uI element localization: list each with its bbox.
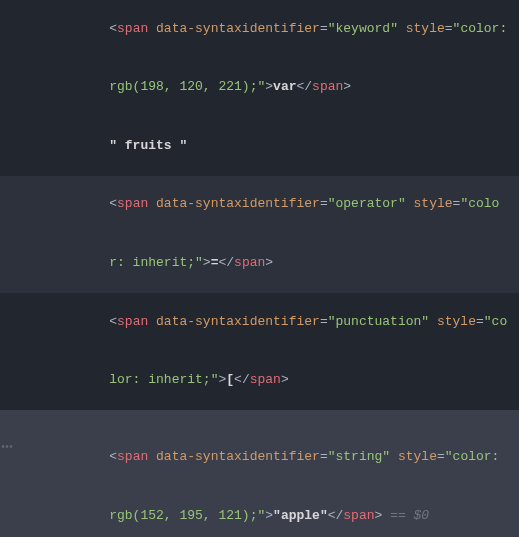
- bracket-icon: <: [109, 314, 117, 329]
- attr-val: "punctuation": [328, 314, 429, 329]
- bracket-icon: </: [296, 79, 312, 94]
- attr: style: [398, 21, 445, 36]
- attr-val: rgb(198, 120, 221);": [109, 79, 265, 94]
- attr-val: "color:: [453, 21, 515, 36]
- code-line[interactable]: " fruits ": [0, 117, 519, 176]
- attr-val: "string": [328, 449, 390, 464]
- text-node: " fruits ": [109, 138, 187, 153]
- bracket-icon: <: [109, 449, 117, 464]
- code-line[interactable]: rgb(198, 120, 221);">var</span>: [0, 59, 519, 118]
- attr-val: "colo: [460, 196, 499, 211]
- tag: span: [117, 314, 148, 329]
- bracket-icon: >: [265, 79, 273, 94]
- bracket-icon: <: [109, 196, 117, 211]
- code-line[interactable]: lor: inherit;">[</span>: [0, 351, 519, 410]
- attr: data-syntaxidentifier: [148, 449, 320, 464]
- tag: span: [117, 196, 148, 211]
- attr: style: [406, 196, 453, 211]
- equals-icon: =: [445, 21, 453, 36]
- equals-icon: =: [320, 314, 328, 329]
- bracket-icon: >: [281, 372, 289, 387]
- attr: style: [429, 314, 476, 329]
- dom-hint: == $0: [382, 508, 429, 523]
- equals-icon: =: [320, 449, 328, 464]
- tag: span: [312, 79, 343, 94]
- bracket-icon: >: [343, 79, 351, 94]
- code-line-selected[interactable]: r: inherit;">=</span>: [0, 234, 519, 293]
- text-node: var: [273, 79, 296, 94]
- code-pane[interactable]: <span data-syntaxidentifier="keyword" st…: [0, 0, 519, 537]
- gutter-dots-icon: •••: [0, 410, 12, 487]
- equals-icon: =: [476, 314, 484, 329]
- attr-val: lor: inherit;": [109, 372, 218, 387]
- bracket-icon: <: [109, 21, 117, 36]
- code-line-current[interactable]: rgb(152, 195, 121);">"apple"</span> == $…: [0, 487, 519, 537]
- equals-icon: =: [320, 21, 328, 36]
- code-line[interactable]: <span data-syntaxidentifier="keyword" st…: [0, 0, 519, 59]
- text-node: "apple": [273, 508, 328, 523]
- code-line-current[interactable]: ••• <span data-syntaxidentifier="string"…: [0, 410, 519, 487]
- tag: span: [117, 21, 148, 36]
- attr-val: "co: [484, 314, 507, 329]
- attr: data-syntaxidentifier: [148, 21, 320, 36]
- attr-val: "operator": [328, 196, 406, 211]
- equals-icon: =: [320, 196, 328, 211]
- bracket-icon: >: [203, 255, 211, 270]
- attr: style: [390, 449, 437, 464]
- code-line[interactable]: <span data-syntaxidentifier="punctuation…: [0, 293, 519, 352]
- code-line-selected[interactable]: <span data-syntaxidentifier="operator" s…: [0, 176, 519, 235]
- attr-val: rgb(152, 195, 121);": [109, 508, 265, 523]
- attr-val: r: inherit;": [109, 255, 203, 270]
- tag: span: [234, 255, 265, 270]
- equals-icon: =: [437, 449, 445, 464]
- bracket-icon: >: [265, 508, 273, 523]
- tag: span: [117, 449, 148, 464]
- bracket-icon: </: [328, 508, 344, 523]
- text-node: [: [226, 372, 234, 387]
- attr: data-syntaxidentifier: [148, 196, 320, 211]
- attr: data-syntaxidentifier: [148, 314, 320, 329]
- bracket-icon: </: [218, 255, 234, 270]
- attr-val: "keyword": [328, 21, 398, 36]
- tag: span: [250, 372, 281, 387]
- bracket-icon: >: [265, 255, 273, 270]
- tag: span: [343, 508, 374, 523]
- attr-val: "color:: [445, 449, 507, 464]
- bracket-icon: </: [234, 372, 250, 387]
